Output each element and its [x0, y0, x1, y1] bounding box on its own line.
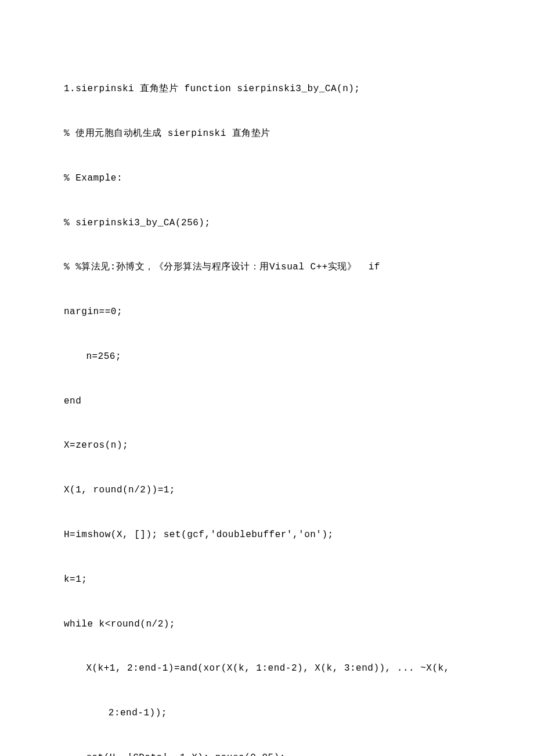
code-line: while k<round(n/2);	[64, 617, 470, 632]
code-line: n=256;	[64, 350, 470, 365]
code-line: set(H, 'CData', 1-X); pause(0.05);	[64, 751, 470, 756]
code-line: end	[64, 394, 470, 409]
code-line: 2:end-1));	[64, 706, 470, 721]
code-line: X(k+1, 2:end-1)=and(xor(X(k, 1:end-2), X…	[64, 661, 470, 676]
code-line: X=zeros(n);	[64, 438, 470, 453]
code-block-1: 1.sierpinski 直角垫片 function sierpinski3_b…	[64, 52, 470, 756]
code-line: % sierpinski3_by_CA(256);	[64, 216, 470, 231]
code-line: X(1, round(n/2))=1;	[64, 483, 470, 498]
code-line: nargin==0;	[64, 305, 470, 320]
code-line: % Example:	[64, 171, 470, 186]
code-line: % 使用元胞自动机生成 sierpinski 直角垫片	[64, 127, 470, 142]
code-line: H=imshow(X, []); set(gcf,'doublebuffer',…	[64, 528, 470, 543]
code-line: k=1;	[64, 573, 470, 588]
code-line: % %算法见:孙博文，《分形算法与程序设计：用Visual C++实现》 if	[64, 260, 470, 275]
document-page: 1.sierpinski 直角垫片 function sierpinski3_b…	[0, 0, 534, 756]
code-line: 1.sierpinski 直角垫片 function sierpinski3_b…	[64, 82, 470, 97]
